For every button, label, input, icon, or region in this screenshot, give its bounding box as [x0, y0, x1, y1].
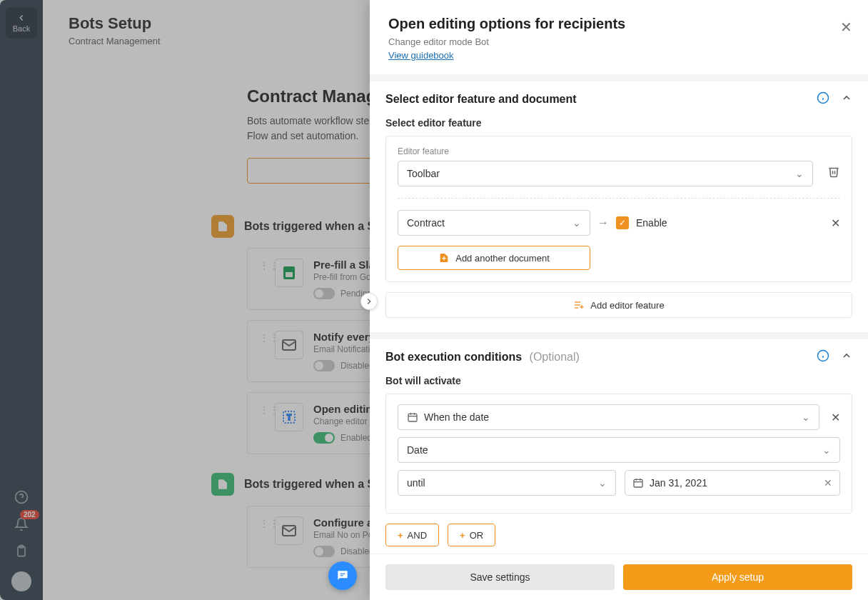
chevron-down-icon: ⌄: [598, 477, 607, 489]
chevron-down-icon: ⌄: [822, 444, 831, 456]
feature-group: Editor feature Toolbar ⌄: [385, 136, 852, 282]
chevron-down-icon: ⌄: [802, 411, 810, 423]
calendar-icon: [407, 411, 418, 423]
subsection-label: Select editor feature: [385, 117, 852, 129]
editor-feature-select[interactable]: Toolbar ⌄: [398, 161, 813, 186]
save-button[interactable]: Save settings: [385, 564, 615, 590]
add-feature-icon: [573, 299, 585, 311]
chat-fab[interactable]: [328, 561, 357, 590]
date-value: Jan 31, 2021: [650, 477, 707, 489]
panel-collapse-handle[interactable]: [360, 293, 378, 310]
field-label: Editor feature: [398, 146, 813, 156]
select-value: Toolbar: [407, 168, 440, 179]
document-row: Contract ⌄ → ✓ Enable ✕: [398, 210, 840, 236]
svg-rect-30: [340, 575, 343, 576]
field-select[interactable]: Date ⌄: [398, 437, 840, 463]
chevron-up-icon[interactable]: [841, 92, 852, 106]
and-label: AND: [408, 530, 427, 541]
editor-feature-section: Select editor feature and document Selec…: [370, 81, 868, 332]
delete-icon[interactable]: [827, 165, 840, 181]
add-document-button[interactable]: Add another document: [398, 246, 590, 270]
subsection-label: Bot will activate: [385, 375, 852, 386]
chevron-down-icon: ⌄: [795, 168, 804, 179]
optional-label: (Optional): [530, 351, 580, 363]
remove-icon[interactable]: ✕: [831, 216, 840, 230]
section-title: Select editor feature and document: [385, 93, 817, 106]
arrow-right-icon: →: [597, 216, 609, 229]
apply-button[interactable]: Apply setup: [623, 564, 852, 590]
remove-icon[interactable]: ✕: [831, 411, 840, 424]
select-value: When the date: [424, 411, 489, 423]
guidebook-link[interactable]: View guidebook: [388, 50, 454, 61]
svg-rect-25: [634, 479, 642, 487]
chevron-down-icon: ⌄: [572, 217, 581, 229]
info-icon[interactable]: [817, 91, 829, 107]
trigger-select[interactable]: When the date ⌄: [398, 404, 819, 430]
close-icon[interactable]: ✕: [840, 19, 852, 36]
section-title: Bot execution conditions (Optional): [385, 351, 817, 364]
select-value: until: [407, 477, 425, 489]
plus-icon: +: [398, 530, 403, 541]
panel-title: Open editing options for recipients: [388, 16, 849, 32]
date-input[interactable]: Jan 31, 2021 ✕: [625, 470, 840, 496]
panel-body: Select editor feature and document Selec…: [370, 74, 868, 554]
plus-icon: +: [460, 530, 465, 541]
enable-label: Enable: [636, 217, 667, 229]
enable-checkbox[interactable]: ✓: [616, 216, 629, 229]
svg-rect-21: [408, 414, 417, 421]
operator-select[interactable]: until ⌄: [398, 470, 616, 496]
panel-header: Open editing options for recipients Chan…: [370, 0, 868, 74]
add-feat-label: Add editor feature: [590, 300, 664, 311]
select-value: Contract: [407, 217, 445, 229]
document-select[interactable]: Contract ⌄: [398, 210, 590, 236]
info-icon[interactable]: [817, 349, 829, 365]
clear-icon[interactable]: ✕: [824, 477, 832, 489]
condition-group: When the date ⌄ ✕ Date ⌄ until: [385, 394, 852, 514]
panel-footer: Save settings Apply setup: [370, 554, 868, 600]
cond-title-text: Bot execution conditions: [385, 351, 522, 363]
add-doc-label: Add another document: [455, 253, 550, 264]
or-label: OR: [470, 530, 484, 541]
chevron-right-icon: [364, 296, 374, 306]
conditions-section: Bot execution conditions (Optional) Bot …: [370, 339, 868, 554]
chat-icon: [335, 569, 350, 583]
and-button[interactable]: +AND: [385, 524, 439, 546]
svg-rect-29: [340, 574, 345, 574]
chevron-up-icon[interactable]: [841, 350, 852, 364]
select-value: Date: [407, 444, 428, 456]
calendar-icon: [632, 477, 644, 489]
side-panel: Open editing options for recipients Chan…: [370, 0, 868, 600]
or-button[interactable]: +OR: [448, 524, 495, 546]
add-document-icon: [438, 252, 450, 264]
add-feature-button[interactable]: Add editor feature: [385, 292, 852, 318]
panel-subtitle: Change editor mode Bot: [388, 36, 849, 47]
